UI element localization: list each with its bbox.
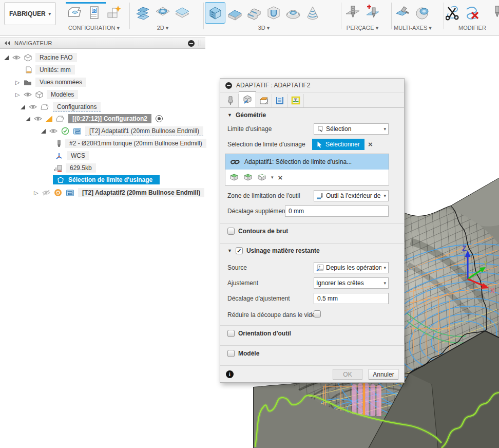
group-label-modify[interactable]: MODIFIER: [458, 25, 486, 31]
3d-spiral-icon[interactable]: [303, 3, 322, 23]
tree-item-label[interactable]: Racine FAO: [35, 53, 77, 62]
section-divider: [220, 325, 404, 326]
clear-selection-icon[interactable]: ×: [368, 140, 373, 148]
tree-row-adaptive1: [T2] Adaptatif1 (20mm Bullnose Endmill): [41, 125, 203, 137]
panel-minimize-icon[interactable]: [188, 40, 195, 47]
visibility-eye-icon[interactable]: [24, 91, 32, 98]
swarf-icon[interactable]: [393, 3, 413, 23]
navigator-title: NAVIGATEUR: [14, 40, 184, 46]
section-geometry[interactable]: ▼ Géométrie: [227, 111, 266, 119]
tree-item-label[interactable]: Modèles: [47, 90, 78, 99]
section-label: Orientation d'outil: [238, 330, 291, 337]
collapse-panel-icon[interactable]: [4, 41, 10, 46]
section-rest-machining[interactable]: ▼ ✓ Usinage matière restante: [227, 247, 320, 254]
reduce-air-checkbox[interactable]: [314, 310, 321, 318]
group-label-multiaxis[interactable]: MULTI-AXES ▾: [394, 25, 432, 31]
section-stock-contours[interactable]: Contours de brut: [227, 228, 288, 235]
tree-item-label[interactable]: WCS: [67, 151, 89, 160]
success-check-icon: [61, 127, 69, 135]
group-label-drilling[interactable]: PERÇAGE ▾: [347, 25, 378, 31]
3d-morph-icon[interactable]: [264, 3, 283, 23]
collapse-triangle-icon[interactable]: ▷: [15, 92, 20, 98]
select-button[interactable]: Sélectionner: [312, 139, 364, 150]
group-label-configuration[interactable]: CONFIGURATION ▾: [68, 25, 120, 31]
panel-grip-icon[interactable]: [199, 40, 201, 46]
3d-pocket-clearing-icon[interactable]: [225, 3, 244, 23]
collapse-triangle-icon[interactable]: ▷: [34, 190, 39, 196]
group-label-3d[interactable]: 3D ▾: [258, 25, 270, 31]
tree-item-label[interactable]: 629.5kb: [66, 163, 96, 173]
selection-list-item[interactable]: Adaptatif1: Sélection de limite d'usina.…: [225, 154, 389, 170]
3d-adaptive-icon[interactable]: [205, 3, 225, 23]
group-label-2d[interactable]: 2D ▾: [157, 25, 169, 31]
new-setup-icon[interactable]: [65, 3, 84, 23]
selected-tree-item[interactable]: Sélection de limite d'usinage: [53, 175, 160, 184]
contact-boundary-icon[interactable]: [243, 173, 253, 181]
visibility-eye-off-icon[interactable]: [42, 190, 50, 196]
tab-linking[interactable]: [288, 94, 304, 107]
stock-contours-checkbox[interactable]: [227, 228, 235, 235]
visibility-eye-icon[interactable]: [12, 54, 21, 61]
rotary-icon[interactable]: [413, 3, 432, 23]
expand-triangle-icon[interactable]: [26, 117, 30, 121]
tab-passes[interactable]: [272, 94, 288, 107]
dialog-titlebar[interactable]: ADAPTATIF : ADAPTATIF2: [220, 79, 404, 92]
section-label: Géométrie: [236, 111, 266, 119]
silhouette-boundary-icon[interactable]: [257, 173, 266, 181]
adjustment-offset-input[interactable]: 0.5 mm: [314, 293, 389, 304]
3d-scallop-icon[interactable]: [283, 3, 303, 23]
tool-orientation-checkbox[interactable]: [227, 330, 235, 337]
tree-item-label[interactable]: [(0:27:12)] Configuration2: [68, 114, 151, 123]
new-drill-icon[interactable]: [362, 3, 382, 23]
new-pattern-icon[interactable]: [104, 3, 123, 23]
active-config-radio-icon[interactable]: [155, 115, 163, 123]
2d-pocket-icon[interactable]: [153, 3, 172, 23]
contact-area-icon[interactable]: [229, 173, 239, 181]
tree-item-label[interactable]: Configurations: [53, 102, 101, 112]
info-icon[interactable]: i: [226, 370, 234, 378]
section-expand-icon: ▼: [227, 113, 232, 118]
adjustment-select[interactable]: Ignorer les crêtes ▾: [314, 277, 389, 289]
machining-boundary-select[interactable]: Sélection ▾: [314, 123, 389, 135]
remove-item-icon[interactable]: ×: [278, 174, 283, 181]
dialog-minimize-icon[interactable]: [225, 82, 232, 89]
expand-triangle-icon[interactable]: [41, 129, 46, 134]
tree-item-label[interactable]: [T2] Adaptatif1 (20mm Bullnose Endmill): [85, 126, 203, 136]
toolbar-group-2d: 2D ▾: [133, 3, 192, 31]
workspace-selector[interactable]: FABRIQUER ▾: [4, 2, 56, 25]
additional-offset-input[interactable]: 0 mm: [285, 206, 389, 217]
source-select[interactable]: Depuis les opération:... ▾: [314, 262, 389, 273]
tree-item-label[interactable]: Unités: mm: [35, 65, 75, 74]
3d-steep-shallow-icon[interactable]: [244, 3, 264, 23]
tab-geometry[interactable]: [239, 91, 256, 107]
visibility-eye-icon[interactable]: [34, 116, 42, 122]
section-label: Contours de brut: [238, 228, 288, 235]
visibility-eye-icon[interactable]: [49, 128, 57, 134]
tree-item-label[interactable]: Vues nommées: [35, 78, 86, 87]
visibility-eye-icon[interactable]: [29, 104, 37, 110]
2d-face-icon[interactable]: [172, 3, 192, 23]
section-tool-orientation[interactable]: Orientation d'outil: [227, 330, 291, 337]
drill-icon[interactable]: [343, 3, 362, 23]
tab-heights[interactable]: [256, 94, 272, 107]
2d-adaptive-icon[interactable]: [133, 3, 153, 23]
ok-button[interactable]: OK: [333, 369, 362, 380]
expand-triangle-icon[interactable]: [4, 55, 9, 60]
delete-toolpath-icon[interactable]: [463, 3, 482, 23]
tab-tool[interactable]: [223, 94, 239, 107]
expand-triangle-icon[interactable]: [21, 105, 25, 109]
tool-containment-select[interactable]: Outil à l'extérieur de l... ▾: [314, 190, 389, 201]
trim-toolpath-icon[interactable]: [446, 3, 463, 23]
warning-triangle-icon: [46, 116, 52, 122]
more-options-caret-icon[interactable]: ▾: [271, 175, 274, 180]
rest-machining-checkbox[interactable]: ✓: [236, 247, 243, 254]
post-process-gcode-icon[interactable]: G: [84, 3, 104, 23]
edit-toolpath-icon[interactable]: [482, 3, 499, 23]
tree-item-label[interactable]: [T2] Adaptatif2 (20mm Bullnose Endmill): [78, 188, 204, 197]
tree-item-label[interactable]: #2 - Ø20R1mm torique (20mm Bullnose Endm…: [65, 139, 206, 148]
model-checkbox[interactable]: [227, 350, 235, 357]
cancel-button[interactable]: Annuler: [369, 369, 398, 380]
section-model[interactable]: Modèle: [227, 350, 259, 357]
field-label: Source: [227, 264, 247, 271]
collapse-triangle-icon[interactable]: ▷: [15, 80, 20, 85]
